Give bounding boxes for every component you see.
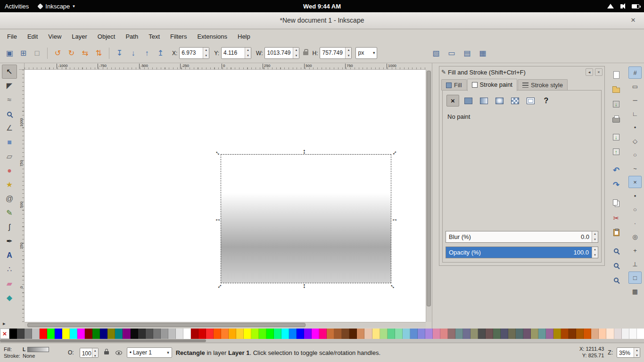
palette-swatch[interactable]	[410, 329, 418, 339]
paint-none-button[interactable]: ×	[446, 95, 459, 107]
menu-edit[interactable]: Edit	[22, 31, 43, 42]
flip-horizontal-button[interactable]: ⇆	[78, 46, 92, 60]
flip-vertical-button[interactable]: ⇅	[92, 46, 106, 60]
fill-swatch[interactable]	[27, 347, 49, 352]
text-tool[interactable]: A	[2, 248, 17, 263]
palette-swatch[interactable]	[146, 329, 153, 339]
palette-swatch[interactable]	[455, 329, 463, 339]
palette-swatch[interactable]	[508, 329, 516, 339]
toolbox-expander-button[interactable]: ▸	[3, 321, 6, 327]
paint-swatch-button[interactable]	[524, 95, 537, 107]
palette-swatch[interactable]	[478, 329, 486, 339]
ellipse-tool[interactable]: ●	[2, 164, 17, 178]
vertical-scrollbar-thumb[interactable]	[427, 71, 431, 306]
palette-swatch[interactable]	[17, 329, 25, 339]
selection-handle-nw[interactable]: ↔	[214, 148, 223, 156]
palette-scrollbar[interactable]	[0, 339, 644, 343]
blur-spin-up[interactable]: ▲	[592, 231, 598, 237]
x-input[interactable]: 6.973 ▲▼	[179, 47, 209, 59]
y-spin-down[interactable]: ▼	[245, 53, 251, 59]
palette-swatch[interactable]	[168, 329, 176, 339]
palette-swatch[interactable]	[138, 329, 146, 339]
width-spin-up[interactable]: ▲	[293, 48, 299, 53]
palette-swatch[interactable]	[553, 329, 561, 339]
move-patterns-toggle[interactable]: ▦	[476, 46, 489, 60]
cut-button[interactable]: ✂	[609, 211, 623, 224]
opacity-fill[interactable]: Opacity (%) 100.0	[446, 247, 592, 258]
palette-swatch[interactable]	[584, 329, 591, 339]
zoom-spin-down[interactable]: ▼	[634, 353, 640, 358]
snap-object-center-toggle[interactable]: ◎	[628, 230, 642, 243]
snap-grid-toggle[interactable]: ▦	[628, 285, 642, 297]
layer-select[interactable]: • Layer 1 ▾	[127, 347, 172, 358]
palette-remove-color-button[interactable]: ×	[0, 329, 9, 339]
tweak-tool[interactable]: ≈	[2, 93, 17, 107]
height-input[interactable]: 757.749 ▲▼	[320, 47, 352, 59]
palette-swatch[interactable]	[342, 329, 349, 339]
y-input[interactable]: 4.116 ▲▼	[221, 47, 251, 59]
palette-swatch[interactable]	[538, 329, 546, 339]
menu-file[interactable]: File	[2, 31, 22, 42]
pencil-tool[interactable]: ✎	[2, 206, 17, 220]
snap-bbox-corner-toggle[interactable]: ∟	[628, 107, 642, 120]
palette-swatch[interactable]	[297, 329, 304, 339]
horizontal-scrollbar-thumb[interactable]	[27, 323, 305, 327]
palette-swatch[interactable]	[123, 329, 130, 339]
zoom-tool[interactable]	[2, 107, 17, 121]
snap-bbox-toggle[interactable]: ▭	[628, 80, 642, 92]
pen-tool[interactable]: ʃ	[2, 220, 17, 234]
paint-radial-gradient-button[interactable]	[493, 95, 506, 107]
palette-swatch[interactable]	[62, 329, 70, 339]
palette-swatch[interactable]	[25, 329, 32, 339]
selection-handle-ne[interactable]: ↔	[389, 148, 397, 156]
spiral-tool[interactable]: @	[2, 192, 17, 206]
x-spin-down[interactable]: ▼	[203, 53, 209, 59]
scale-corners-toggle[interactable]: ▭	[445, 46, 458, 60]
palette-swatch[interactable]	[334, 329, 342, 339]
paint-pattern-button[interactable]	[509, 95, 521, 107]
palette-swatch[interactable]	[395, 329, 403, 339]
palette-swatch[interactable]	[425, 329, 433, 339]
lower-button[interactable]: ↓	[126, 46, 140, 60]
object-opacity-up[interactable]: ▲	[92, 348, 98, 354]
palette-swatch[interactable]	[433, 329, 440, 339]
palette-swatch[interactable]	[357, 329, 364, 339]
palette-swatch[interactable]	[440, 329, 448, 339]
y-spinner[interactable]: ▲▼	[245, 48, 251, 58]
tab-fill[interactable]: Fill	[441, 79, 467, 90]
palette-swatch[interactable]	[40, 329, 47, 339]
palette-swatch[interactable]	[85, 329, 92, 339]
palette-swatch[interactable]	[327, 329, 334, 339]
palette-swatch[interactable]	[161, 329, 168, 339]
redo-button[interactable]: ↷	[609, 178, 623, 191]
x-spinner[interactable]: ▲▼	[203, 48, 209, 58]
lower-to-bottom-button[interactable]: ↧	[113, 46, 126, 60]
selected-rectangle[interactable]: ↔ ↔ ↔ ↔ ↔ ↔ ↔ ↔	[221, 154, 391, 283]
palette-swatch[interactable]	[214, 329, 221, 339]
palette-swatch[interactable]	[312, 329, 319, 339]
selection-handle-se[interactable]: ↔	[389, 281, 397, 289]
spray-tool[interactable]: ∴	[2, 263, 17, 277]
menu-object[interactable]: Object	[92, 31, 121, 42]
select-all-button[interactable]: ▣	[3, 46, 17, 60]
paint-flat-button[interactable]	[462, 95, 475, 107]
zoom-value[interactable]: 35%	[617, 348, 634, 357]
vertical-ruler[interactable]: 10007505002500	[19, 70, 25, 322]
selection-handle-w[interactable]: ↔	[215, 215, 221, 222]
print-button[interactable]	[609, 112, 623, 125]
activities-button[interactable]: Activities	[5, 3, 29, 10]
palette-swatch[interactable]	[55, 329, 62, 339]
palette-swatch[interactable]	[403, 329, 410, 339]
palette-swatch[interactable]	[198, 329, 206, 339]
palette-swatch[interactable]	[183, 329, 191, 339]
new-document-button[interactable]	[609, 68, 623, 82]
palette-swatch[interactable]	[531, 329, 538, 339]
selection-handle-s[interactable]: ↔	[303, 283, 309, 289]
snap-bbox-edge-toggle[interactable]: ─	[628, 94, 642, 106]
palette-swatch[interactable]	[304, 329, 312, 339]
stroke-value[interactable]: None	[23, 353, 35, 359]
app-menu[interactable]: Inkscape ▾	[38, 3, 75, 10]
star-tool[interactable]: ★	[2, 178, 17, 192]
menu-layer[interactable]: Layer	[66, 31, 92, 42]
palette-swatch[interactable]	[418, 329, 425, 339]
